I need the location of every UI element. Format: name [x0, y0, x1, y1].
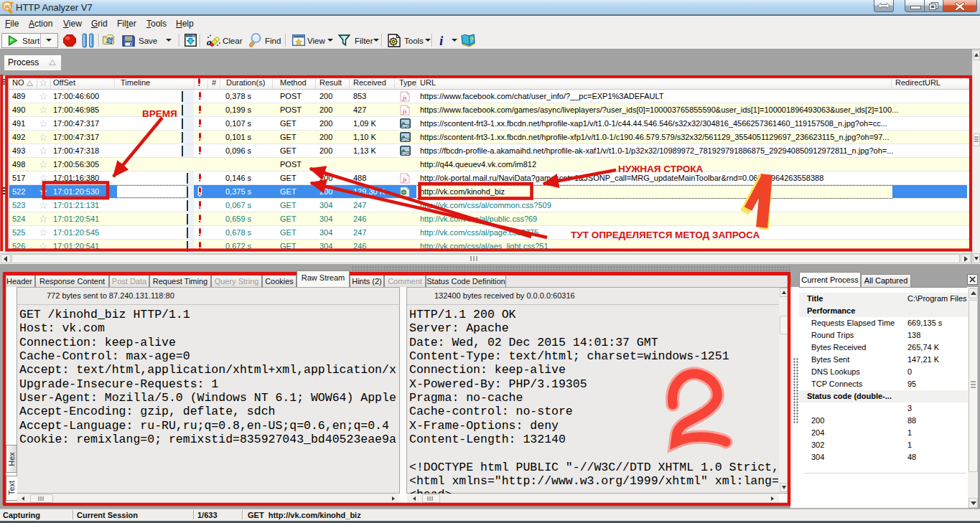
svg-text:ТУТ ОПРЕДЕЛЯЕТСЯ МЕТОД ЗАПРОСА: ТУТ ОПРЕДЕЛЯЕТСЯ МЕТОД ЗАПРОСА: [571, 230, 760, 240]
svg-text:ВРЕМЯ: ВРЕМЯ: [142, 108, 177, 119]
svg-text:НУЖНАЯ СТРОКА: НУЖНАЯ СТРОКА: [618, 164, 704, 174]
